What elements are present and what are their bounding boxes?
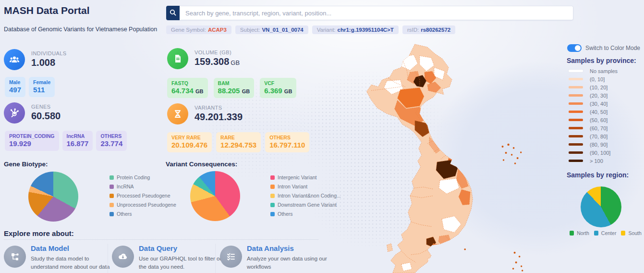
search-bar [166, 6, 573, 20]
gene-others-chip: OTHERS23.774 [96, 131, 127, 151]
mash-data-portal-dashboard: MASH Data Portal Database of Genomic Var… [0, 0, 644, 273]
explore-heading: Explore more about: [4, 229, 74, 237]
card-title[interactable]: Data Model [31, 244, 111, 252]
individuals-label: INDIVIDUALS [31, 50, 66, 56]
sitemap-icon [4, 246, 26, 268]
card-text: Data Analysis Analyze your own data usin… [247, 243, 331, 271]
divider [215, 244, 216, 273]
page-subtitle: Database of Genomic Variants for Vietnam… [4, 26, 157, 33]
color-mode-toggle-label: Switch to Color Mode [585, 45, 640, 51]
card-text: Data Model Study the data model to under… [31, 243, 111, 271]
card-description: Study the data model to understand more … [31, 255, 111, 271]
island-archipelagos [464, 144, 523, 272]
individuals-breakdown: Male497 Female511 [5, 77, 55, 97]
checklist-icon [220, 246, 242, 268]
example-chip-variant[interactable]: Variant:chr1:g.193951104C>T [312, 25, 399, 34]
genes-breakdown: PROTEIN_CODING19.929 lncRNA16.877 OTHERS… [5, 131, 127, 151]
variant-consequences-pie [190, 171, 240, 221]
variants-icon [167, 103, 188, 124]
legend-item: Others [109, 211, 176, 217]
legend-item: (80, 90] [569, 142, 618, 147]
samples-by-region-pie [581, 186, 621, 227]
legend-item: North [570, 230, 589, 236]
legend-item: (10, 20] [569, 85, 618, 90]
search-input[interactable] [180, 6, 573, 20]
legend-item: (60, 70] [569, 125, 618, 131]
card-title[interactable]: Data Query [139, 244, 228, 252]
genes-label: GENES [31, 104, 51, 110]
legend-item: lncRNA [109, 184, 176, 189]
variant-others-chip: OTHERS16.797.110 [265, 132, 309, 152]
female-chip: Female511 [29, 77, 55, 97]
example-chip-subject[interactable]: Subject:VN_01_01_0074 [235, 25, 308, 34]
vcf-chip: VCF6.369 GB [260, 78, 296, 98]
island-phu-quoc [387, 244, 393, 252]
search-button[interactable] [166, 6, 180, 20]
legend-item: (50, 60] [569, 117, 618, 123]
volume-breakdown: FASTQ64.734 GB BAM88.205 GB VCF6.369 GB [167, 78, 296, 98]
legend-item: (30, 40] [569, 101, 618, 106]
region-legend: North Center South [567, 230, 644, 236]
lncrna-chip: lncRNA16.877 [62, 131, 93, 151]
legend-item: (70, 80] [569, 134, 618, 139]
variants-value: 49.201.339 [194, 112, 243, 123]
samples-by-region-heading: Samples by region: [567, 171, 629, 179]
volume-icon [167, 48, 188, 69]
legend-item: Protein Coding [109, 174, 176, 180]
color-mode-toggle-row: Switch to Color Mode [567, 44, 640, 52]
legend-item: Unprocessed Pseudogene [109, 202, 176, 208]
gene-biotype-pie [28, 172, 78, 222]
variants-breakdown: VERY RARE20.109.476 RARE12.294.753 OTHER… [167, 132, 309, 152]
gene-biotype-heading: Gene Biotype: [4, 161, 48, 168]
legend-item: Center [594, 230, 617, 236]
samples-by-province-heading: Samples by province: [567, 57, 636, 64]
data-analysis-card[interactable]: Data Analysis Analyze your own data usin… [220, 243, 331, 271]
fastq-chip: FASTQ64.734 GB [167, 78, 208, 98]
variant-consequences-heading: Variant Consequences: [166, 161, 237, 168]
male-chip: Male497 [5, 77, 25, 97]
individuals-value: 1.008 [31, 57, 55, 68]
variants-label: VARIANTS [194, 105, 222, 111]
card-description: Use our GRAPHQL tool to filter out the d… [139, 255, 228, 271]
protein-coding-chip: PROTEIN_CODING19.929 [5, 131, 59, 151]
individuals-icon [4, 49, 25, 70]
search-examples: Gene Symbol:ACAP3 Subject:VN_01_01_0074 … [166, 25, 455, 34]
legend-item: > 100 [569, 158, 618, 163]
card-description: Analyze your own data using our workflow… [247, 255, 331, 271]
genes-value: 60.580 [31, 111, 61, 122]
divider [108, 244, 108, 273]
data-query-card[interactable]: Data Query Use our GRAPHQL tool to filte… [112, 243, 228, 271]
bam-chip: BAM88.205 GB [214, 78, 255, 98]
card-title[interactable]: Data Analysis [247, 244, 331, 252]
divider [4, 239, 318, 240]
cloud-download-icon [112, 246, 134, 268]
genes-icon [4, 102, 25, 124]
volume-value: 159.308GB [194, 56, 240, 67]
vietnam-choropleth-map[interactable] [325, 42, 557, 273]
volume-label: VOLUME (GB) [194, 50, 231, 55]
example-chip-rsid[interactable]: rsID:rs80262572 [402, 25, 455, 34]
province-legend: No samples (0, 10] (10, 20] (20, 30] (30… [569, 68, 618, 163]
legend-item: (0, 10] [569, 76, 618, 82]
legend-item: (20, 30] [569, 93, 618, 98]
search-icon [170, 9, 176, 17]
example-chip-gene-symbol[interactable]: Gene Symbol:ACAP3 [166, 25, 231, 34]
color-mode-toggle[interactable] [567, 44, 582, 52]
legend-item: Processed Pseudogene [109, 193, 176, 199]
legend-item: No samples [569, 68, 618, 74]
very-rare-chip: VERY RARE20.109.476 [167, 132, 212, 152]
legend-item: (40, 50] [569, 109, 618, 114]
card-text: Data Query Use our GRAPHQL tool to filte… [139, 243, 228, 271]
gene-biotype-legend: Protein Coding lncRNA Processed Pseudoge… [109, 174, 176, 217]
data-model-card[interactable]: Data Model Study the data model to under… [4, 243, 111, 271]
legend-item: South [621, 230, 641, 236]
legend-item: (90, 100] [569, 150, 618, 155]
page-title: MASH Data Portal [4, 5, 90, 16]
rare-chip: RARE12.294.753 [216, 132, 261, 152]
